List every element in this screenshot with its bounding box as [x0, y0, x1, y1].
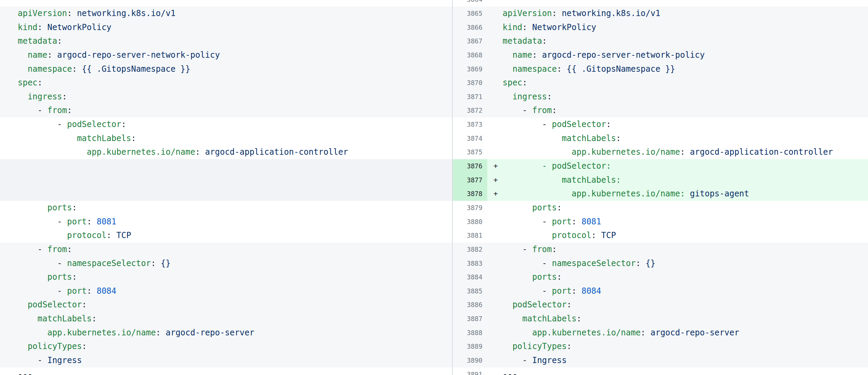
marker-gutter	[487, 20, 503, 34]
diff-row: ingress:3871 ingress:	[0, 90, 868, 104]
marker-gutter	[487, 76, 503, 90]
line-number[interactable]: 3887	[452, 312, 487, 326]
code-token: :	[567, 300, 572, 309]
code-token: -	[18, 217, 67, 226]
code-token: spec	[18, 78, 38, 87]
code-token	[18, 231, 67, 240]
marker-gutter	[487, 34, 503, 48]
added-marker: +	[487, 187, 503, 201]
code-token: from	[47, 106, 67, 115]
code-token: spec	[503, 78, 522, 87]
marker-gutter	[487, 6, 503, 20]
code-token: :	[82, 300, 87, 309]
line-number[interactable]: 3891	[452, 367, 487, 375]
right-code-line: app.kubernetes.io/name: argocd-applicati…	[503, 145, 868, 159]
line-number[interactable]: 3865	[452, 6, 487, 20]
left-code-line: - podSelector:	[0, 117, 452, 131]
code-token: :	[641, 328, 651, 337]
line-number[interactable]: 3884	[452, 270, 487, 284]
code-token: networking.k8s.io/v1	[77, 9, 175, 18]
right-code-line: - namespaceSelector: {}	[503, 256, 868, 270]
line-number[interactable]: 3888	[452, 326, 487, 340]
line-number[interactable]: 3885	[452, 284, 487, 298]
line-number[interactable]: 3871	[452, 90, 487, 104]
code-token	[503, 272, 532, 282]
right-code-line: matchLabels:	[503, 312, 868, 326]
code-token	[503, 50, 512, 60]
code-token	[503, 64, 512, 74]
line-number[interactable]: 3866	[452, 20, 487, 34]
line-number[interactable]: 3872	[452, 103, 487, 117]
code-token: ---	[503, 370, 517, 375]
code-token: :	[195, 147, 205, 157]
code-token: matchLabels	[562, 175, 616, 185]
code-token: :	[542, 36, 547, 46]
code-token: {}	[161, 259, 171, 268]
code-token	[18, 134, 77, 143]
code-token: :	[38, 23, 47, 32]
right-code-line: podSelector:	[503, 298, 868, 312]
code-token: -	[503, 217, 552, 226]
line-number[interactable]: 3868	[452, 48, 487, 62]
code-token	[503, 92, 512, 101]
left-code-line: ports:	[0, 201, 452, 215]
right-code-line: ports:	[503, 201, 868, 215]
line-number[interactable]: 3882	[452, 242, 487, 256]
diff-row: spec:3870spec:	[0, 76, 868, 90]
code-token: app.kubernetes.io/name	[572, 147, 680, 157]
code-token: {{ .GitopsNamespace }}	[567, 64, 675, 74]
code-token	[18, 342, 28, 351]
left-code-line: ---	[0, 367, 452, 375]
right-code-line: - podSelector:	[503, 159, 868, 173]
code-token	[503, 328, 532, 337]
code-token: :	[577, 314, 581, 323]
code-token: ports	[47, 272, 72, 282]
code-token: from	[532, 245, 552, 254]
right-code-line: protocol: TCP	[503, 228, 868, 242]
right-code-line: ---	[503, 367, 868, 375]
code-token: :	[680, 189, 690, 198]
line-number[interactable]: 3886	[452, 298, 487, 312]
code-token: ---	[503, 0, 517, 4]
code-token: app.kubernetes.io/name	[47, 328, 156, 337]
line-number[interactable]: 3879	[452, 201, 487, 215]
left-code-line: - port: 8081	[0, 215, 452, 229]
code-token: namespaceSelector	[67, 259, 151, 268]
line-number[interactable]: 3867	[452, 34, 487, 48]
code-token: matchLabels	[562, 134, 616, 143]
code-token: kind	[18, 23, 38, 32]
line-number[interactable]: 3880	[452, 215, 487, 229]
code-token: :	[522, 23, 532, 32]
line-number[interactable]: 3864	[452, 0, 487, 6]
code-token	[503, 300, 512, 309]
line-number[interactable]: 3881	[452, 228, 487, 242]
marker-gutter	[487, 256, 503, 270]
left-code-line: - from:	[0, 103, 452, 117]
line-number[interactable]: 3869	[452, 62, 487, 76]
line-number[interactable]: 3876	[452, 159, 487, 173]
code-token: apiVersion	[503, 9, 552, 18]
code-token: -	[503, 245, 532, 254]
code-token: :	[131, 134, 136, 143]
code-token: TCP	[116, 231, 131, 240]
right-code-line: - port: 8081	[503, 215, 868, 229]
code-token: 8084	[581, 286, 601, 296]
line-number[interactable]: 3870	[452, 76, 487, 90]
line-number[interactable]: 3889	[452, 339, 487, 353]
diff-row: 3877+ matchLabels:	[0, 173, 868, 187]
diff-row: ports:3879 ports:	[0, 201, 868, 215]
line-number[interactable]: 3877	[452, 173, 487, 187]
code-token	[18, 50, 28, 60]
left-code-line: matchLabels:	[0, 131, 452, 145]
right-code-line: - from:	[503, 242, 868, 256]
line-number[interactable]: 3883	[452, 256, 487, 270]
line-number[interactable]: 3890	[452, 353, 487, 367]
line-number[interactable]: 3874	[452, 131, 487, 145]
code-token: port	[552, 217, 572, 226]
code-token	[18, 147, 87, 157]
code-token: :	[606, 161, 611, 171]
line-number[interactable]: 3875	[452, 145, 487, 159]
line-number[interactable]: 3873	[452, 117, 487, 131]
line-number[interactable]: 3878	[452, 187, 487, 201]
code-token: -	[503, 356, 532, 365]
